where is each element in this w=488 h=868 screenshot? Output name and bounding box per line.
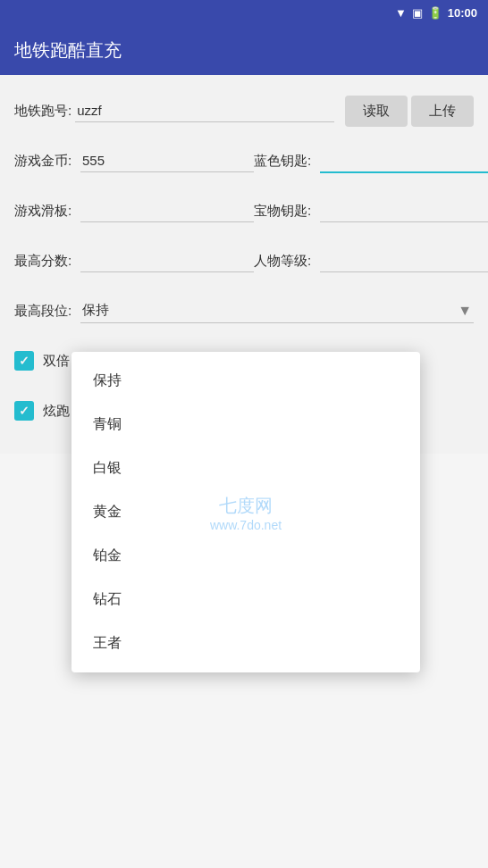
- dropdown-item-0[interactable]: 保持: [72, 359, 420, 403]
- content-area: 地铁跑号: 读取 上传 游戏金币: 蓝色钥匙: 游戏滑板: 宝物钥匙: 最高分数…: [0, 75, 488, 454]
- wifi-icon: ▼: [395, 6, 407, 20]
- dropdown-popup: 保持 青铜 白银 黄金 铂金 钻石 王者 七度网 www.7do.net: [72, 352, 420, 672]
- dropdown-item-6[interactable]: 王者: [72, 622, 420, 665]
- battery-icon: 🔋: [428, 6, 442, 20]
- status-bar: ▼ ▣ 🔋 10:00: [0, 0, 488, 25]
- app-bar: 地铁跑酷直充: [0, 25, 488, 75]
- signal-icon: ▣: [412, 6, 423, 20]
- dropdown-item-2[interactable]: 白银: [72, 447, 420, 490]
- dropdown-item-4[interactable]: 铂金: [72, 534, 420, 578]
- dropdown-item-5[interactable]: 钻石: [72, 578, 420, 622]
- status-time: 10:00: [448, 6, 477, 20]
- app-title: 地铁跑酷直充: [14, 38, 122, 63]
- status-icons: ▼ ▣ 🔋 10:00: [395, 6, 477, 20]
- dropdown-item-1[interactable]: 青铜: [72, 403, 420, 447]
- dropdown-item-3[interactable]: 黄金: [72, 490, 420, 534]
